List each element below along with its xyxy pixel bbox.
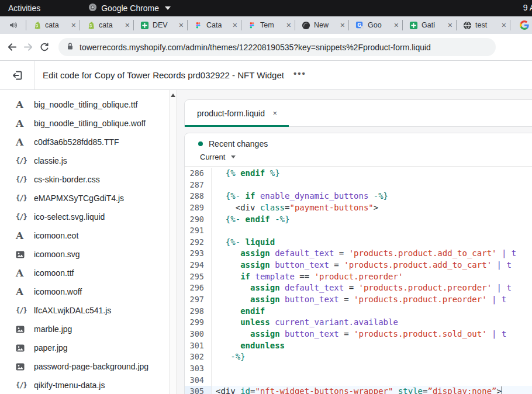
tab-close-icon[interactable]: × <box>340 21 345 29</box>
reload-button[interactable] <box>36 39 53 56</box>
tab-title: New <box>314 21 337 29</box>
forward-button[interactable] <box>20 39 36 56</box>
code-line[interactable]: 304 <box>185 375 532 386</box>
file-item[interactable]: Abig_noodle_titling_oblique.ttf <box>0 95 169 114</box>
code-line[interactable]: 286 {% endif %} <box>185 168 532 179</box>
code-line[interactable]: 288 {%- if enable_dynamic_buttons -%} <box>185 191 532 202</box>
chrome-app-menu[interactable]: Google Chrome <box>88 3 171 13</box>
version-dropdown[interactable]: Current <box>185 153 532 161</box>
code-text[interactable]: <div id="nft-widget-buttons-wrapper" sty… <box>212 386 532 394</box>
code-text[interactable] <box>212 225 532 237</box>
browser-tab[interactable]: cata× <box>26 16 80 34</box>
file-item[interactable]: {/}ico-select.svg.liquid <box>0 208 169 226</box>
file-item[interactable]: {/}eMAPMXSyTCgGdiT4.js <box>0 189 169 208</box>
code-line[interactable]: 292 {%- liquid <box>185 237 532 248</box>
code-line[interactable]: 298 endif <box>185 306 532 317</box>
code-text[interactable]: {%- if enable_dynamic_buttons -%} <box>212 191 532 202</box>
file-item[interactable]: {/}cs-skin-border.css <box>0 170 169 189</box>
code-text[interactable]: {%- endif -%} <box>212 214 532 226</box>
file-item[interactable]: paper.jpg <box>0 338 169 357</box>
code-line[interactable]: 299 unless current_variant.available <box>185 317 532 329</box>
scroll-up-icon[interactable] <box>171 94 175 97</box>
file-item[interactable]: Ac0df3a6b528fdd85.TTF <box>0 133 169 151</box>
browser-tab[interactable] <box>510 20 529 30</box>
tab-close-icon[interactable]: × <box>179 21 184 29</box>
code-text[interactable]: assign button_text = 'products.product.p… <box>212 294 532 306</box>
file-item[interactable]: Abig_noodle_titling_oblique.woff <box>0 114 169 133</box>
tab-close-icon[interactable]: × <box>502 21 506 29</box>
lock-icon[interactable] <box>67 42 74 53</box>
file-name: icomoon.ttf <box>34 268 74 278</box>
clipped-file-item[interactable]: A <box>16 90 27 94</box>
code-line[interactable]: 287 <box>185 179 532 191</box>
clock[interactable]: 9 A <box>523 3 532 12</box>
code-text[interactable]: {%- liquid <box>212 237 532 248</box>
file-item[interactable]: Aicomoon.ttf <box>0 264 169 282</box>
file-item[interactable]: {/}lfcAXLwjkDALc541.js <box>0 301 169 320</box>
tab-close-icon[interactable]: × <box>125 21 130 29</box>
tab-close-icon[interactable]: × <box>272 109 277 117</box>
browser-tab[interactable]: New× <box>295 16 348 34</box>
code-file-icon: {/} <box>16 175 29 184</box>
code-line[interactable]: 294 assign button_text = 'products.produ… <box>185 260 532 271</box>
code-text[interactable]: assign default_text = 'products.product.… <box>212 248 532 260</box>
code-line[interactable]: 289 <div class="payment-buttons"> <box>185 202 532 214</box>
exit-editor-button[interactable] <box>0 61 35 89</box>
sidebar-scrollbar[interactable] <box>169 90 177 394</box>
editor-file-tab[interactable]: product-form.liquid × <box>185 100 289 126</box>
code-line[interactable]: 297 assign button_text = 'products.produ… <box>185 294 532 306</box>
code-line[interactable]: 296 assign default_text = 'products.prod… <box>185 282 532 294</box>
code-line[interactable]: 290 {%- endif -%} <box>185 214 532 226</box>
tab-close-icon[interactable]: × <box>394 21 399 29</box>
code-line[interactable]: 293 assign default_text = 'products.prod… <box>185 248 532 260</box>
browser-tab[interactable]: test× <box>457 16 510 34</box>
browser-tab[interactable]: DEV× <box>134 16 187 34</box>
file-item[interactable]: password-page-background.jpg <box>0 357 169 376</box>
code-editor[interactable]: 286 {% endif %}287288 {%- if enable_dyna… <box>185 167 532 394</box>
code-text[interactable]: if template == 'product.preorder' <box>212 271 532 283</box>
file-item[interactable]: marble.jpg <box>0 320 169 338</box>
activities-button[interactable]: Activities <box>8 4 40 13</box>
file-item[interactable]: {/}qikify-tmenu-data.js <box>0 376 169 394</box>
browser-tab[interactable]: GGoo× <box>349 16 402 34</box>
code-text[interactable]: unless current_variant.available <box>212 317 532 329</box>
code-text[interactable]: endif <box>212 306 532 317</box>
speaker-icon[interactable] <box>0 20 26 30</box>
code-text[interactable]: -%} <box>212 351 532 363</box>
tab-close-icon[interactable]: × <box>448 21 452 29</box>
code-text[interactable]: {% endif %} <box>212 168 532 179</box>
file-item[interactable]: {/}classie.js <box>0 151 169 170</box>
tab-close-icon[interactable]: × <box>286 21 291 29</box>
code-file-icon: {/} <box>16 157 29 165</box>
code-line[interactable]: 300 assign button_text = 'products.produ… <box>185 329 532 340</box>
code-text[interactable] <box>212 179 532 191</box>
code-text[interactable]: endunless <box>212 340 532 352</box>
back-button[interactable] <box>4 39 20 56</box>
tab-close-icon[interactable]: × <box>71 21 76 29</box>
code-line[interactable]: 295 if template == 'product.preorder' <box>185 271 532 283</box>
code-text[interactable] <box>212 363 532 375</box>
url-text[interactable]: towerrecords.myshopify.com/admin/themes/… <box>80 43 431 52</box>
browser-tab[interactable]: Cata× <box>188 16 241 34</box>
browser-tab[interactable]: Tem× <box>241 16 295 34</box>
tab-close-icon[interactable]: × <box>233 21 237 29</box>
code-text[interactable]: assign button_text = 'products.product.a… <box>212 260 532 271</box>
code-line[interactable]: 301 endunless <box>185 340 532 352</box>
code-line[interactable]: 303 <box>185 363 532 375</box>
code-text[interactable]: assign button_text = 'products.product.s… <box>212 329 532 340</box>
code-text[interactable] <box>212 375 532 386</box>
code-text[interactable]: assign default_text = 'products.product.… <box>212 282 532 294</box>
code-text[interactable]: <div class="payment-buttons"> <box>212 202 532 214</box>
file-item[interactable]: Aicomoon.eot <box>0 226 169 245</box>
code-line[interactable]: 302 -%} <box>185 351 532 363</box>
more-actions-button[interactable]: ••• <box>293 69 306 81</box>
file-item[interactable]: Aicomoon.woff <box>0 282 169 301</box>
omnibox[interactable]: towerrecords.myshopify.com/admin/themes/… <box>58 38 496 56</box>
browser-tab[interactable]: Gati× <box>403 16 456 34</box>
code-line[interactable]: 305<div id="nft-widget-buttons-wrapper" … <box>185 386 532 394</box>
browser-tab[interactable]: cata× <box>80 16 133 34</box>
line-number: 294 <box>185 260 212 271</box>
code-line[interactable]: 291 <box>185 225 532 237</box>
file-item[interactable]: icomoon.svg <box>0 245 169 264</box>
file-name: big_noodle_titling_oblique.ttf <box>34 100 137 109</box>
